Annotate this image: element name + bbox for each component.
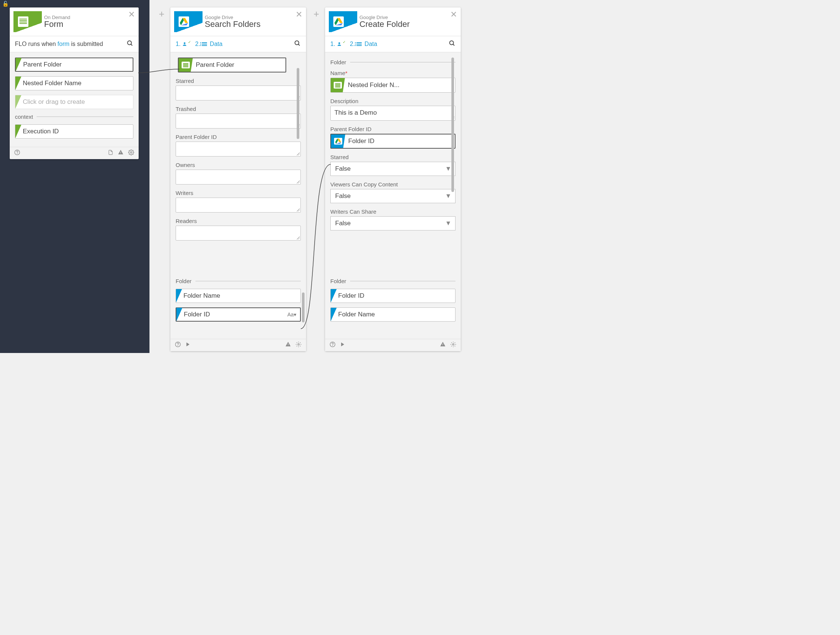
trashed-input[interactable]	[175, 113, 301, 129]
output-field[interactable]: Folder Name	[175, 289, 301, 303]
owners-input[interactable]	[175, 170, 301, 184]
svg-line-1	[131, 44, 132, 46]
tab-step-1[interactable]: 1. ✓	[330, 41, 346, 47]
svg-point-5	[130, 152, 132, 153]
card-header: Google Drive Search Folders ✕	[171, 8, 306, 36]
add-card-button[interactable]: +	[314, 8, 319, 20]
parent-folder-id-input[interactable]	[175, 142, 301, 156]
close-icon[interactable]: ✕	[450, 10, 457, 19]
create-folder-card: Google Drive Create Folder ✕ 1. ✓ 2. Dat…	[325, 8, 461, 351]
search-folders-card: Google Drive Search Folders ✕ 1. ✓ 2. Da…	[171, 8, 306, 351]
svg-point-3	[17, 153, 17, 154]
gear-icon[interactable]	[128, 150, 134, 157]
output-field[interactable]: Folder Name	[330, 307, 455, 321]
context-field[interactable]: Execution ID	[15, 124, 133, 139]
form-field[interactable]: Nested Folder Name	[15, 76, 133, 90]
field-label: Execution ID	[21, 128, 58, 135]
search-icon[interactable]	[294, 40, 301, 48]
trigger-prefix: FLO runs when	[15, 41, 56, 47]
writers-select[interactable]: False▼	[330, 216, 455, 230]
svg-line-11	[298, 44, 300, 46]
tab-step-2[interactable]: 2. Data	[350, 41, 377, 47]
lock-icon: 🔓	[2, 1, 9, 7]
tabs-row: 1. ✓ 2. Data	[171, 36, 306, 52]
tab-step-2[interactable]: 2. Data	[195, 41, 222, 47]
gear-icon[interactable]	[295, 341, 302, 349]
description-value: This is a Demo	[331, 106, 455, 120]
type-indicator[interactable]: Aa▾	[287, 312, 296, 317]
field-label: Parent Folder	[22, 61, 62, 68]
svg-line-22	[453, 44, 455, 46]
svg-point-0	[128, 41, 131, 45]
section-label: context	[15, 113, 133, 120]
input-label: Trashed	[175, 106, 301, 112]
card-title: Create Folder	[360, 19, 455, 29]
form-field-placeholder[interactable]: Click or drag to create	[15, 95, 133, 109]
pill-label: Folder ID	[345, 137, 374, 145]
form-field[interactable]: Parent Folder	[15, 58, 133, 72]
warning-icon[interactable]	[440, 341, 446, 349]
tab-step-1[interactable]: 1. ✓	[175, 41, 192, 47]
document-icon[interactable]	[108, 150, 113, 157]
svg-point-16	[298, 343, 299, 345]
play-icon[interactable]	[185, 342, 191, 348]
field-label: Folder Name	[182, 292, 220, 299]
query-pill[interactable]: Parent Folder	[178, 58, 286, 72]
starred-select[interactable]: False▼	[330, 162, 455, 176]
gear-icon[interactable]	[450, 341, 456, 349]
description-input[interactable]: This is a Demo	[330, 106, 455, 121]
scrollbar-thumb[interactable]	[297, 68, 299, 139]
search-icon[interactable]	[127, 40, 133, 48]
readers-input[interactable]	[175, 225, 301, 241]
help-icon[interactable]	[330, 341, 336, 349]
scrollbar-thumb[interactable]	[302, 293, 305, 322]
svg-marker-14	[186, 342, 189, 347]
section-label: Folder	[175, 278, 301, 284]
close-icon[interactable]: ✕	[128, 10, 135, 19]
trigger-link[interactable]: form	[58, 41, 69, 47]
card-title: Form	[44, 19, 133, 29]
scrollbar-thumb[interactable]	[452, 58, 454, 192]
drive-icon	[174, 11, 202, 32]
close-icon[interactable]: ✕	[295, 10, 302, 19]
section-label: Folder	[330, 278, 455, 284]
add-card-button[interactable]: +	[159, 8, 164, 20]
svg-point-13	[178, 345, 178, 346]
input-label: Writers	[175, 190, 301, 196]
field-label: Nested Folder Name	[21, 80, 82, 87]
field-label: Folder ID	[337, 292, 364, 299]
parent-folder-id-pill[interactable]: Folder ID	[330, 134, 455, 149]
svg-point-29	[442, 345, 443, 346]
input-label: Description	[330, 98, 455, 104]
form-trigger-row: FLO runs when form is submitted	[10, 36, 139, 52]
svg-point-10	[295, 41, 299, 45]
input-label: Viewers Can Copy Content	[330, 181, 455, 188]
starred-input[interactable]	[175, 85, 301, 101]
warning-icon[interactable]	[285, 341, 291, 349]
output-field[interactable]: Folder ID Aa▾	[175, 307, 301, 321]
card-title: Search Folders	[205, 19, 301, 29]
input-label: Name*	[330, 70, 455, 76]
svg-point-4	[120, 153, 121, 154]
warning-icon[interactable]	[118, 150, 124, 157]
input-label: Starred	[175, 78, 301, 84]
help-icon[interactable]	[175, 341, 181, 349]
svg-marker-28	[341, 342, 344, 347]
input-label: Parent Folder ID	[330, 126, 455, 132]
name-pill[interactable]: Nested Folder N...	[330, 78, 455, 93]
search-icon[interactable]	[449, 40, 455, 48]
input-label: Readers	[175, 218, 301, 224]
form-icon	[13, 11, 42, 32]
input-label: Writers Can Share	[330, 208, 455, 215]
svg-point-27	[333, 345, 333, 346]
pill-label: Parent Folder	[193, 61, 234, 69]
viewers-select[interactable]: False▼	[330, 189, 455, 203]
svg-point-30	[453, 343, 454, 345]
output-field[interactable]: Folder ID	[330, 289, 455, 303]
input-label: Owners	[175, 162, 301, 168]
writers-input[interactable]	[175, 198, 301, 213]
help-icon[interactable]	[14, 150, 20, 157]
section-label: Folder	[330, 59, 455, 65]
play-icon[interactable]	[340, 342, 345, 348]
drive-icon	[329, 11, 357, 32]
